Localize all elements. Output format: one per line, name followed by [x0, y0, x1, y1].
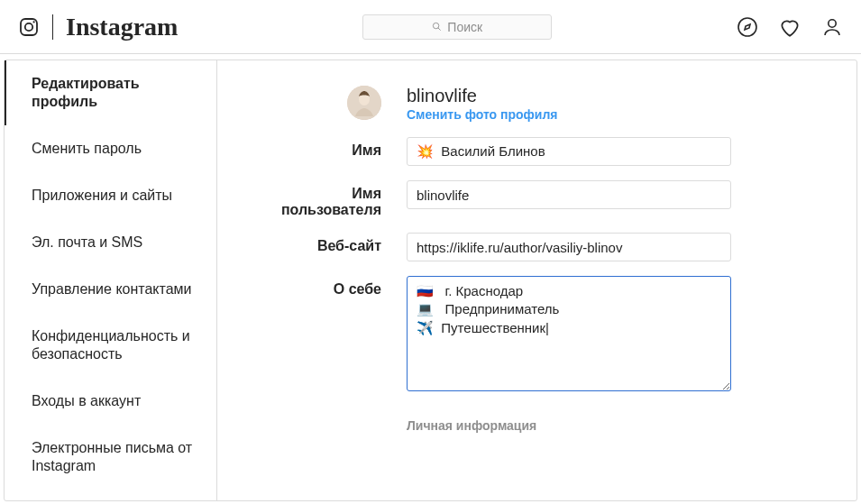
edit-profile-form: blinovlife Сменить фото профиля Имя Имя …: [217, 60, 856, 500]
explore-icon[interactable]: [737, 16, 758, 38]
search-input[interactable]: Поиск: [362, 14, 552, 40]
change-photo-link[interactable]: Сменить фото профиля: [407, 107, 558, 122]
sidebar-item-login-activity[interactable]: Входы в аккаунт: [5, 378, 216, 425]
sidebar-item-edit-profile[interactable]: Редактировать профиль: [5, 60, 216, 125]
sidebar-item-contacts[interactable]: Управление контактами: [5, 266, 216, 313]
svg-point-7: [829, 19, 836, 26]
name-input[interactable]: [407, 137, 731, 166]
label-name: Имя: [253, 137, 407, 159]
sidebar-item-email-sms[interactable]: Эл. почта и SMS: [5, 219, 216, 266]
label-username: Имя пользователя: [253, 180, 407, 218]
profile-icon[interactable]: [821, 16, 843, 38]
instagram-glyph-icon[interactable]: [18, 16, 40, 38]
svg-point-3: [434, 23, 439, 28]
svg-point-5: [738, 18, 756, 36]
svg-line-4: [438, 28, 441, 31]
nav-icons: [737, 15, 843, 39]
top-bar: Instagram Поиск: [0, 0, 861, 54]
sidebar-item-privacy[interactable]: Конфиденциальность и безопасность: [5, 313, 216, 378]
svg-marker-6: [745, 24, 750, 30]
avatar[interactable]: [347, 86, 381, 120]
activity-heart-icon[interactable]: [778, 15, 801, 39]
instagram-wordmark[interactable]: Instagram: [66, 13, 178, 41]
sidebar-item-apps[interactable]: Приложения и сайты: [5, 172, 216, 219]
brand-divider: [52, 14, 53, 40]
settings-sidebar: Редактировать профиль Сменить пароль При…: [5, 60, 217, 500]
profile-username-heading: blinovlife: [407, 86, 731, 105]
search-placeholder: Поиск: [447, 20, 482, 34]
personal-info-heading: Личная информация: [407, 418, 731, 433]
sidebar-item-emails[interactable]: Электронные письма от Instagram: [5, 425, 216, 490]
search-icon: [432, 22, 442, 32]
svg-point-1: [25, 23, 32, 30]
username-input[interactable]: [407, 180, 731, 209]
settings-card: Редактировать профиль Сменить пароль При…: [4, 60, 857, 501]
brand: Instagram: [18, 13, 178, 41]
website-input[interactable]: [407, 233, 731, 261]
label-bio: О себе: [253, 276, 407, 298]
label-website: Веб-сайт: [253, 233, 407, 254]
svg-point-2: [33, 21, 35, 23]
sidebar-item-change-password[interactable]: Сменить пароль: [5, 125, 216, 172]
bio-textarea[interactable]: [407, 276, 731, 391]
